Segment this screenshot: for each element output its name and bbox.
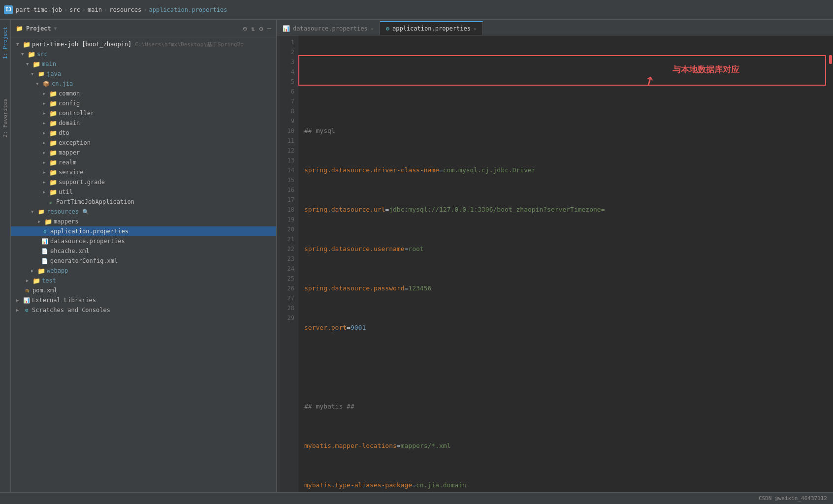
project-tree: ▼ 📁 part-time-job [boot_zhaopin] C:\User… <box>11 37 276 492</box>
sync-icon[interactable]: ⊕ <box>243 25 247 32</box>
code-line-7 <box>304 362 826 372</box>
right-gutter <box>826 35 833 492</box>
arrow-external: ▶ <box>16 298 21 303</box>
arrow-resources: ▼ <box>31 209 36 214</box>
tree-item-src[interactable]: ▼ 📁 src <box>11 49 276 59</box>
breadcrumb: part-time-job › src › main › resources ›… <box>16 6 227 13</box>
tab-close-application[interactable]: ✕ <box>474 26 477 32</box>
arrow-scratches: ▶ <box>16 308 21 313</box>
tree-item-mapper[interactable]: ▶ 📁 mapper <box>11 148 276 158</box>
annotation-text: 与本地数据库对应 <box>673 65 739 75</box>
tree-item-test[interactable]: ▶ 📁 test <box>11 276 276 285</box>
package-icon-cnjia: 📦 <box>42 80 50 88</box>
tab-icon-datasource: 📊 <box>283 25 290 32</box>
tree-item-generatorconfig[interactable]: 📄 generatorConfig.xml <box>11 256 276 266</box>
code-line-2: spring.datasource.driver-class-name=com.… <box>304 165 826 175</box>
arrow-service: ▶ <box>43 170 48 175</box>
app-logo: IJ <box>4 5 13 14</box>
code-line-1: ## mysql <box>304 126 826 136</box>
tab-application-properties[interactable]: ⚙ application.properties ✕ <box>380 21 483 35</box>
settings-icon[interactable]: ⚙ <box>259 25 263 32</box>
tree-item-external[interactable]: ▶ 📊 External Libraries <box>11 295 276 305</box>
code-line-4: spring.datasource.username=root <box>304 244 826 254</box>
tree-item-supportgrade[interactable]: ▶ 📁 support.grade <box>11 177 276 187</box>
file-icon-pom: m <box>23 286 31 294</box>
breadcrumb-item-5[interactable]: application.properties <box>149 6 227 13</box>
tree-item-mappers[interactable]: ▶ 📁 mappers <box>11 217 276 226</box>
code-area: 12345 678910 1112131415 1617181920 21222… <box>277 35 833 492</box>
arrow-src: ▼ <box>21 52 26 57</box>
editor-area: 📊 datasource.properties ✕ ⚙ application.… <box>277 20 833 492</box>
folder-icon-mappers: 📁 <box>44 218 52 225</box>
folder-icon-util: 📁 <box>49 188 57 196</box>
status-bar: CSDN @weixin_46437112 <box>0 492 833 504</box>
arrow-util: ▶ <box>43 189 48 194</box>
top-bar: IJ part-time-job › src › main › resource… <box>0 0 833 20</box>
tab-close-datasource[interactable]: ✕ <box>371 26 374 32</box>
file-icon-app-properties: ⚙ <box>41 227 49 235</box>
folder-icon-exception: 📁 <box>49 139 57 147</box>
tree-item-util[interactable]: ▶ 📁 util <box>11 187 276 197</box>
folder-icon-dto: 📁 <box>49 129 57 137</box>
tree-item-java[interactable]: ▼ 📁 java <box>11 69 276 79</box>
tree-item-datasource-properties[interactable]: 📊 datasource.properties <box>11 236 276 246</box>
tab-icon-application: ⚙ <box>386 25 389 32</box>
tree-item-resources[interactable]: ▼ 📁 resources 🔍 <box>11 207 276 217</box>
search-icon-resources[interactable]: 🔍 <box>82 209 89 215</box>
file-icon-datasource-properties: 📊 <box>41 237 49 245</box>
arrow-realm: ▶ <box>43 160 48 165</box>
tree-item-ehcache[interactable]: 📄 ehcache.xml <box>11 246 276 256</box>
tree-item-root[interactable]: ▼ 📁 part-time-job [boot_zhaopin] C:\User… <box>11 39 276 49</box>
file-icon-generatorconfig: 📄 <box>41 257 49 265</box>
line-numbers: 12345 678910 1112131415 1617181920 21222… <box>277 35 298 492</box>
code-line-8: ## mybatis ## <box>304 402 826 411</box>
minimize-icon[interactable]: ─ <box>267 25 271 32</box>
folder-icon-mapper: 📁 <box>49 149 57 157</box>
arrow-java: ▼ <box>31 71 36 76</box>
tree-item-config[interactable]: ▶ 📁 config <box>11 98 276 108</box>
folder-icon-java: 📁 <box>37 70 45 78</box>
tree-item-realm[interactable]: ▶ 📁 realm <box>11 158 276 167</box>
code-line-6: server.port=9001 <box>304 323 826 333</box>
tree-item-pom[interactable]: m pom.xml <box>11 285 276 295</box>
tree-item-main[interactable]: ▼ 📁 main <box>11 59 276 69</box>
tree-item-controller[interactable]: ▶ 📁 controller <box>11 108 276 118</box>
breadcrumb-item-2[interactable]: src <box>69 6 80 13</box>
code-line-3: spring.datasource.url=jdbc:mysql://127.0… <box>304 205 826 215</box>
icon-scratches: ⚙ <box>23 306 31 314</box>
sidebar-title: 📁 Project ▼ <box>16 25 57 32</box>
arrow-main: ▼ <box>26 62 31 66</box>
tree-item-service[interactable]: ▶ 📁 service <box>11 167 276 177</box>
tree-item-parttimejobapp[interactable]: ☕ PartTimeJobApplication <box>11 197 276 207</box>
breadcrumb-item-3[interactable]: main <box>88 6 102 13</box>
tab-datasource-properties[interactable]: 📊 datasource.properties ✕ <box>277 21 380 35</box>
arrow-supportgrade: ▶ <box>43 180 48 185</box>
tree-item-domain[interactable]: ▶ 📁 domain <box>11 118 276 128</box>
status-text: CSDN @weixin_46437112 <box>759 495 827 502</box>
code-editor[interactable]: ↗ 与本地数据库对应 ## mysql spring.datasource.dr… <box>298 35 826 492</box>
tree-item-common[interactable]: ▶ 📁 common <box>11 89 276 98</box>
tree-item-cnjia[interactable]: ▼ 📦 cn.jia <box>11 79 276 89</box>
folder-icon-service: 📁 <box>49 168 57 176</box>
folder-icon-main: 📁 <box>32 60 40 68</box>
arrow-exception: ▶ <box>43 140 48 145</box>
arrow-test: ▶ <box>26 278 31 283</box>
left-tab-project[interactable]: 1: Project <box>1 23 9 63</box>
tree-item-application-properties[interactable]: ⚙ application.properties <box>11 226 276 236</box>
sidebar-header: 📁 Project ▼ ⊕ ⇅ ⚙ ─ <box>11 20 276 37</box>
collapse-icon[interactable]: ⇅ <box>251 25 255 32</box>
tree-item-exception[interactable]: ▶ 📁 exception <box>11 138 276 148</box>
main-layout: 1: Project 2: Favorites 📁 Project ▼ ⊕ ⇅ … <box>0 20 833 492</box>
tree-item-scratches[interactable]: ▶ ⚙ Scratches and Consoles <box>11 305 276 315</box>
arrow-root: ▼ <box>16 42 21 47</box>
tree-item-webapp[interactable]: ▶ 📁 webapp <box>11 266 276 276</box>
folder-icon-webapp: 📁 <box>37 267 45 275</box>
sidebar-icons: ⊕ ⇅ ⚙ ─ <box>243 25 271 32</box>
code-line-5: spring.datasource.password=123456 <box>304 284 826 293</box>
editor-tabs: 📊 datasource.properties ✕ ⚙ application.… <box>277 20 833 35</box>
breadcrumb-item-1[interactable]: part-time-job <box>16 6 62 13</box>
left-tab-favorites[interactable]: 2: Favorites <box>1 94 9 141</box>
folder-icon-test: 📁 <box>32 277 40 284</box>
tree-item-dto[interactable]: ▶ 📁 dto <box>11 128 276 138</box>
breadcrumb-item-4[interactable]: resources <box>109 6 141 13</box>
